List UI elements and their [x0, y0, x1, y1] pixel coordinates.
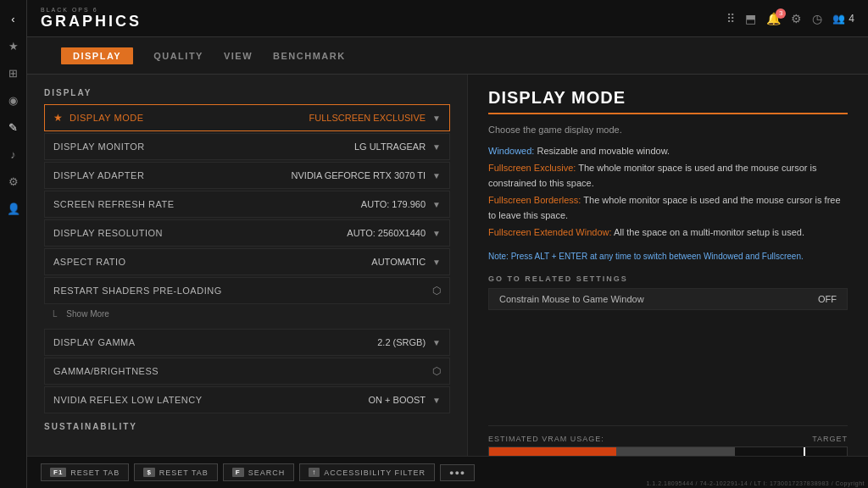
setting-resolution[interactable]: Display Resolution Auto: 2560x1440 ▼ — [44, 219, 450, 247]
info-fullscreen-extended: Fullscreen Extended Window: All the spac… — [488, 225, 848, 241]
search-label: SEARCH — [248, 469, 286, 477]
tab-benchmark[interactable]: BENCHMARK — [273, 47, 346, 64]
setting-display-mode[interactable]: ★ Display Mode Fullscreen Exclusive ▼ — [44, 104, 450, 131]
sidebar-favorites[interactable]: ★ — [2, 34, 25, 58]
notif-badge: 3 — [776, 8, 786, 19]
fullscreen-extended-text: All the space on a multi-monitor setup i… — [614, 227, 804, 237]
version-text: 1.1.2.18095444 / 74-2-102291-14 / LT I: … — [646, 480, 865, 486]
chevron-down-icon: ▼ — [432, 114, 441, 123]
topbar-right: ⠿ ⬒ 🔔 3 ⚙ ◷ 👥 4 — [726, 12, 854, 25]
f-key: F — [232, 468, 244, 477]
setting-display-adapter[interactable]: Display Adapter NVIDIA GeForce RTX 3070 … — [44, 162, 450, 189]
tab-view[interactable]: VIEW — [224, 47, 253, 64]
chevron-down-icon: ▼ — [432, 396, 441, 405]
external-link-icon: ⬡ — [432, 285, 441, 297]
show-more-label: Show More — [66, 309, 109, 319]
related-constrain-mouse[interactable]: Constrain Mouse to Game Window OFF — [488, 288, 848, 310]
setting-label-gamma: Display Gamma — [53, 337, 377, 347]
info-fullscreen-exclusive: Fullscreen Exclusive: The whole monitor … — [488, 161, 848, 191]
sidebar-grid[interactable]: ⊞ — [2, 61, 25, 85]
game-logo-sub: BLACK OPS 6 — [41, 7, 142, 13]
setting-display-monitor[interactable]: Display Monitor LG ULTRAGEAR ▼ — [44, 133, 450, 160]
chevron-down-icon: ▼ — [432, 338, 441, 347]
sidebar-edit[interactable]: ✎ — [2, 115, 25, 139]
fullscreen-borderless-label: Fullscreen Borderless: — [488, 195, 581, 205]
vram-estimated-label: ESTIMATED VRAM USAGE: — [488, 435, 604, 443]
setting-label-brightness: Gamma/Brightness — [53, 366, 432, 376]
setting-value-display-mode: Fullscreen Exclusive — [309, 113, 426, 123]
chevron-down-icon: ▼ — [432, 142, 441, 152]
setting-value-aspect: Automatic — [371, 257, 426, 267]
setting-refresh-rate[interactable]: Screen Refresh Rate Auto: 179.960 ▼ — [44, 191, 450, 218]
setting-restart-shaders[interactable]: Restart Shaders Pre-Loading ⬡ — [44, 277, 450, 304]
fullscreen-exclusive-label: Fullscreen Exclusive: — [488, 163, 576, 173]
page-title: GRAPHICS — [41, 13, 142, 30]
setting-brightness[interactable]: Gamma/Brightness ⬡ — [44, 358, 450, 385]
user-icon: 👥 — [832, 13, 845, 25]
game-logo: BLACK OPS 6 GRAPHICS — [41, 7, 142, 30]
windowed-text: Resizable and movable window. — [537, 146, 670, 156]
info-fullscreen-borderless: Fullscreen Borderless: The whole monitor… — [488, 193, 848, 223]
setting-label-refresh: Screen Refresh Rate — [53, 199, 361, 209]
sidebar-audio[interactable]: ♪ — [2, 142, 25, 166]
user-group: 👥 4 — [832, 13, 854, 25]
screen-icon[interactable]: ⬒ — [745, 12, 756, 25]
info-title: Display Mode — [488, 88, 848, 114]
note-text: Note: Press ALT + ENTER at any time to s… — [488, 252, 804, 261]
info-desc: Choose the game display mode. — [488, 123, 848, 137]
setting-value-gamma: 2.2 (sRGB) — [377, 337, 426, 347]
chevron-down-icon: ▼ — [432, 171, 441, 180]
sidebar-controller[interactable]: ◉ — [2, 88, 25, 112]
dollar-key: $ — [143, 468, 154, 477]
setting-label-shaders: Restart Shaders Pre-Loading — [53, 286, 432, 296]
sidebar-settings[interactable]: ⚙ — [2, 169, 25, 193]
f1-key: F1 — [50, 468, 66, 477]
chevron-down-icon: ▼ — [432, 229, 441, 238]
external-link-icon: ⬡ — [432, 365, 441, 377]
sustainability-section-title: SUSTAINABILITY — [44, 422, 450, 431]
reset-tab-button-1[interactable]: F1 RESET TAB — [41, 463, 129, 481]
tab-display[interactable]: DISPLAY — [61, 47, 133, 64]
show-more-button[interactable]: Show More — [44, 306, 450, 322]
related-label: Constrain Mouse to Game Window — [499, 294, 644, 304]
vram-labels: ESTIMATED VRAM USAGE: TARGET — [488, 435, 848, 443]
setting-label-aspect: Aspect Ratio — [53, 257, 371, 267]
topbar-left: BLACK OPS 6 GRAPHICS — [41, 7, 142, 30]
content-area: DISPLAY ★ Display Mode Fullscreen Exclus… — [27, 75, 868, 488]
sidebar: ‹ ★ ⊞ ◉ ✎ ♪ ⚙ 👤 — [0, 0, 27, 488]
vram-target-label: TARGET — [812, 435, 848, 443]
fullscreen-extended-label: Fullscreen Extended Window: — [488, 227, 612, 237]
gear-icon[interactable]: ⚙ — [791, 12, 802, 25]
info-note: Note: Press ALT + ENTER at any time to s… — [488, 250, 848, 263]
setting-reflex[interactable]: NVIDIA Reflex Low Latency On + Boost ▼ — [44, 386, 450, 413]
setting-value-adapter: NVIDIA GeForce RTX 3070 Ti — [292, 170, 426, 180]
chevron-down-icon: ▼ — [432, 200, 441, 209]
left-panel: DISPLAY ★ Display Mode Fullscreen Exclus… — [27, 75, 468, 488]
grid-icon[interactable]: ⠿ — [726, 12, 735, 25]
clock-icon[interactable]: ◷ — [812, 12, 822, 25]
setting-value-reflex: On + Boost — [369, 395, 426, 405]
setting-aspect-ratio[interactable]: Aspect Ratio Automatic ▼ — [44, 248, 450, 275]
setting-value-refresh: Auto: 179.960 — [361, 199, 426, 209]
accessibility-label: ACCESSIBILITY FILTER — [324, 469, 426, 477]
setting-label-adapter: Display Adapter — [53, 170, 292, 180]
tab-quality[interactable]: QUALITY — [153, 47, 203, 64]
setting-value-resolution: Auto: 2560x1440 — [347, 228, 426, 238]
setting-gamma[interactable]: Display Gamma 2.2 (sRGB) ▼ — [44, 329, 450, 356]
dots-icon: ●●● — [449, 469, 465, 477]
tabbar: DISPLAY QUALITY VIEW BENCHMARK — [27, 37, 868, 75]
related-title: GO TO RELATED SETTINGS — [488, 274, 848, 283]
accessibility-button[interactable]: ↑ ACCESSIBILITY FILTER — [299, 463, 435, 481]
bell-icon[interactable]: 🔔 3 — [766, 12, 781, 25]
right-panel: Display Mode Choose the game display mod… — [468, 75, 868, 488]
setting-label-monitor: Display Monitor — [53, 141, 354, 152]
sidebar-profile[interactable]: 👤 — [2, 197, 25, 220]
user-count: 4 — [849, 13, 854, 25]
setting-label-resolution: Display Resolution — [53, 228, 347, 238]
more-button[interactable]: ●●● — [440, 464, 475, 481]
search-button[interactable]: F SEARCH — [223, 463, 294, 481]
star-icon: ★ — [53, 112, 63, 124]
sidebar-back[interactable]: ‹ — [2, 7, 25, 30]
reset-tab-button-2[interactable]: $ RESET TAB — [134, 463, 217, 481]
setting-label-reflex: NVIDIA Reflex Low Latency — [53, 395, 369, 405]
